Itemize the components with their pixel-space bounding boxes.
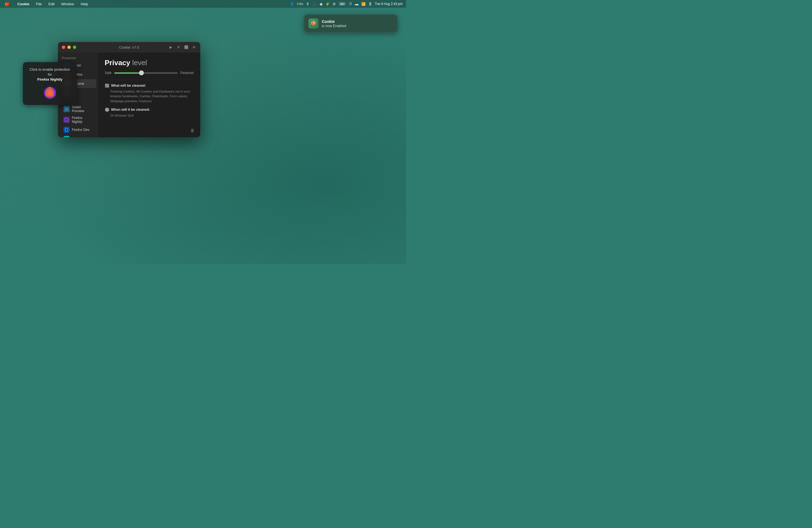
firefox-dev-icon	[63, 127, 70, 133]
notification-subtitle: is now Enabled	[322, 24, 346, 28]
audio-icon[interactable]: 🎙	[306, 2, 309, 6]
gear-icon[interactable]: ⚙	[333, 2, 336, 6]
waterfox-icon	[63, 136, 70, 137]
firefox-nightly-icon	[63, 117, 70, 123]
file-menu[interactable]: File	[35, 1, 43, 6]
datetime-display[interactable]: Tue 8 Aug 2:43 pm	[375, 2, 403, 6]
network-icon[interactable]: 0 B/s	[297, 2, 303, 5]
slider-thumb[interactable]	[139, 70, 144, 75]
firefox-nightly-name: Firefox Nightly	[72, 116, 92, 124]
svg-point-24	[63, 136, 70, 137]
when-section-title: 🕐 When will it be cleaned:	[105, 107, 193, 112]
notification-content: Cookie is now Enabled	[322, 19, 346, 28]
window-controls-right: ▶ ⏸ ⬜ ⚙	[168, 45, 197, 50]
app-name-menu[interactable]: Cookie	[16, 1, 30, 6]
tooltip-popup[interactable]: Click to enable protection for Firefox N…	[23, 62, 77, 105]
what-section-title: 🔄 What will be cleaned:	[105, 84, 193, 88]
menubar-left: 🍎 Cookie File Edit Window Help	[3, 1, 89, 7]
svg-point-20	[66, 119, 68, 121]
paranoid-label: Paranoid	[180, 71, 193, 75]
firefox-dev-name: Firefox Dev	[72, 128, 89, 132]
menubar: 🍎 Cookie File Edit Window Help 👤 0 B/s 🎙…	[0, 0, 406, 8]
help-menu[interactable]: Help	[79, 1, 89, 6]
main-content: Privacy level Safe Paranoid 🔄 What will …	[98, 53, 200, 137]
play-button[interactable]: ▶	[168, 45, 173, 50]
sidebar-item-firefox-nightly[interactable]: Firefox Nightly	[60, 115, 97, 125]
what-icon: 🔄	[105, 84, 110, 88]
tooltip-browser-icon	[43, 86, 57, 100]
safari-preview-name: Safari Preview	[72, 105, 92, 113]
close-button[interactable]	[62, 46, 65, 49]
window-body: Protected Safari	[58, 53, 200, 137]
privacy-heading: Privacy level	[105, 59, 193, 67]
control-center-icon[interactable]: 🎛	[368, 2, 372, 6]
minimize-button[interactable]	[68, 46, 71, 49]
tooltip-bold-text: Firefox Nightly	[37, 77, 62, 82]
notification-app-icon: 🍪	[308, 18, 318, 28]
wifi-icon[interactable]: 📶	[361, 2, 366, 6]
divider-1	[105, 80, 193, 80]
apple-menu[interactable]: 🍎	[3, 1, 11, 7]
window-menu[interactable]: Window	[60, 1, 75, 6]
app-window: Cookie: v7.0 ▶ ⏸ ⬜ ⚙ Protected	[58, 42, 200, 137]
window-mode-button[interactable]: ⬜	[184, 45, 189, 50]
flash-icon[interactable]: ⚡	[325, 2, 330, 6]
au-badge[interactable]: AU	[338, 2, 346, 6]
user-icon[interactable]: 👤	[290, 2, 294, 6]
notification-title: Cookie	[322, 19, 346, 24]
sidebar-item-safari-preview[interactable]: Safari Preview	[60, 104, 97, 114]
sidebar-item-waterfox[interactable]: Waterfox	[60, 134, 97, 137]
sidebar-item-firefox-dev[interactable]: Firefox Dev	[60, 126, 97, 134]
safe-label: Safe	[105, 71, 112, 75]
window-titlebar: Cookie: v7.0 ▶ ⏸ ⬜ ⚙	[58, 42, 200, 53]
notification-banner: 🍪 Cookie is now Enabled	[304, 14, 398, 33]
trash-button[interactable]: 🗑	[189, 127, 197, 134]
headphones-icon[interactable]: 🎧	[313, 2, 317, 6]
settings-button[interactable]: ⚙	[191, 45, 197, 50]
svg-point-23	[66, 129, 68, 131]
menubar-right: 👤 0 B/s 🎙 🎧 ◉ ⚡ ⚙ AU ⏱ ▬ 📶 🎛 Tue 8 Aug 2…	[290, 2, 403, 6]
tooltip-text: Click to enable protection for Firefox N…	[27, 67, 72, 82]
slider-track[interactable]	[114, 72, 178, 74]
bluetooth-icon[interactable]: ◉	[320, 2, 323, 6]
battery-icon[interactable]: ▬	[355, 2, 359, 6]
time-machine-icon[interactable]: ⏱	[349, 2, 352, 6]
traffic-lights	[62, 46, 76, 49]
maximize-button[interactable]	[73, 46, 76, 49]
when-section-body: On Browser Quit	[105, 113, 193, 118]
svg-point-17	[64, 107, 69, 111]
what-section-body: Tracking Cookies, All Cookies and Databa…	[105, 89, 193, 104]
window-title: Cookie: v7.0	[119, 45, 139, 49]
edit-menu[interactable]: Edit	[47, 1, 56, 6]
when-icon: 🕐	[105, 107, 110, 112]
protected-label: Protected	[58, 55, 98, 61]
pause-button[interactable]: ⏸	[176, 45, 181, 50]
safari-preview-icon	[63, 106, 70, 112]
slider-row: Safe Paranoid	[105, 71, 193, 75]
